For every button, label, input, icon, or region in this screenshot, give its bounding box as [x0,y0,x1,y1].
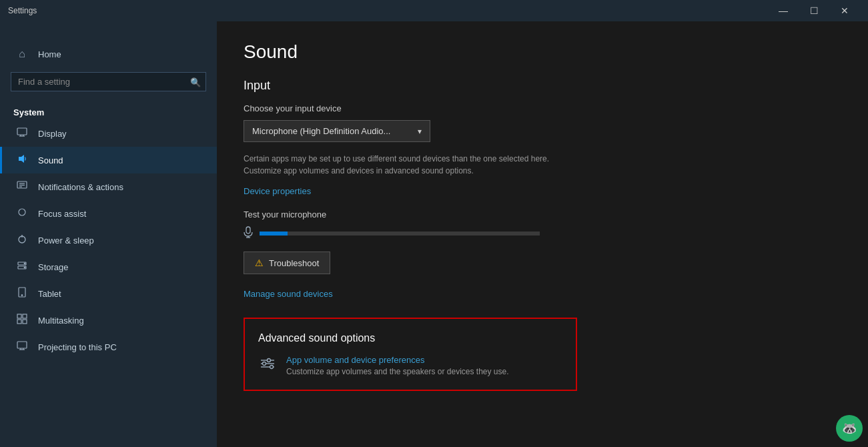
input-section-title: Input [244,79,841,93]
sidebar-item-label-sound: Sound [38,155,63,165]
chevron-down-icon: ▾ [418,127,422,136]
home-icon: ⌂ [15,48,29,60]
sidebar-item-display[interactable]: Display [0,120,217,147]
title-bar: Settings — ☐ ✕ [0,0,868,21]
notifications-icon [15,180,29,193]
maximize-button[interactable]: ☐ [799,0,829,21]
sidebar-item-focus[interactable]: Focus assist [0,200,217,227]
device-properties-link[interactable]: Device properties [244,186,311,196]
sidebar-item-multitasking[interactable]: Multitasking [0,307,217,334]
svg-point-34 [270,366,274,369]
sidebar-item-label-storage: Storage [38,262,69,272]
microphone-icon [244,226,253,241]
sidebar-item-label-power: Power & sleep [38,236,94,246]
focus-icon [15,207,29,220]
svg-rect-19 [23,314,27,318]
sidebar-item-label-focus: Focus assist [38,209,86,219]
search-icon: 🔍 [190,77,201,87]
projecting-icon [15,340,29,354]
sidebar-item-power[interactable]: Power & sleep [0,227,217,254]
sidebar-section-label: System [0,102,217,120]
svg-rect-26 [246,227,250,234]
app-title: Settings [8,6,37,15]
svg-rect-20 [17,320,21,324]
input-device-value: Microphone (High Definition Audio... [252,126,390,136]
sidebar-item-notifications[interactable]: Notifications & actions [0,173,217,200]
mic-level-bar [260,232,540,236]
window-controls: — ☐ ✕ [768,0,860,21]
search-input[interactable] [11,72,206,91]
main-content: Sound Input Choose your input device Mic… [217,21,868,447]
storage-icon [15,260,29,274]
app-body: ⌂ Home 🔍 System Display Sound [0,21,868,447]
svg-point-33 [268,359,271,362]
sound-icon [15,153,29,167]
sidebar-item-tablet[interactable]: Tablet [0,280,217,307]
advanced-section-title: Advanced sound options [258,332,562,344]
manage-sound-devices-link[interactable]: Manage sound devices [244,289,333,299]
sidebar-header [0,21,217,41]
sidebar-item-sound[interactable]: Sound [0,147,217,173]
sidebar-item-label-tablet: Tablet [38,289,61,299]
sidebar-item-label-notifications: Notifications & actions [38,182,123,192]
app-pref-icon [258,356,277,376]
display-icon [15,127,29,140]
sidebar-item-home[interactable]: ⌂ Home [0,41,217,67]
input-info-text: Certain apps may be set up to use differ… [244,153,577,177]
multitasking-icon [15,314,29,327]
sidebar-item-storage[interactable]: Storage [0,254,217,280]
svg-rect-22 [17,342,27,348]
minimize-button[interactable]: — [768,0,799,21]
troubleshoot-label: Troubleshoot [269,258,319,268]
svg-marker-4 [19,155,24,163]
input-device-dropdown[interactable]: Microphone (High Definition Audio... ▾ [244,120,430,142]
app-volume-preferences-desc: Customize app volumes and the speakers o… [286,367,509,376]
mic-level-row [244,226,841,241]
svg-point-32 [263,362,266,366]
close-button[interactable]: ✕ [829,0,860,21]
mic-level-fill [260,232,288,236]
svg-point-17 [21,295,23,296]
choose-device-label: Choose your input device [244,103,841,113]
svg-point-9 [19,209,25,215]
troubleshoot-button[interactable]: ⚠ Troubleshoot [244,252,330,274]
sidebar-item-label-projecting: Projecting to this PC [38,342,117,352]
sidebar-item-label-multitasking: Multitasking [38,316,84,326]
svg-point-15 [24,267,25,268]
svg-rect-0 [17,128,27,135]
sidebar-item-projecting[interactable]: Projecting to this PC [0,334,217,360]
advanced-sound-options: Advanced sound options App volume and de… [244,318,577,391]
app-volume-preferences-row: App volume and device preferences Custom… [258,355,562,376]
sidebar-item-label-display: Display [38,129,67,139]
page-title: Sound [244,41,841,63]
sidebar: ⌂ Home 🔍 System Display Sound [0,21,217,447]
app-volume-preferences-link[interactable]: App volume and device preferences [286,355,509,365]
test-mic-label: Test your microphone [244,209,841,219]
svg-rect-21 [23,320,27,324]
svg-point-14 [24,263,25,264]
power-icon [15,234,29,247]
warning-icon: ⚠ [255,258,264,268]
sidebar-item-label-home: Home [38,49,61,59]
search-box: 🔍 [11,72,206,91]
tablet-icon [15,287,29,300]
app-pref-text-block: App volume and device preferences Custom… [286,355,509,376]
watermark: 🦝 [836,415,863,442]
svg-rect-18 [17,314,21,318]
